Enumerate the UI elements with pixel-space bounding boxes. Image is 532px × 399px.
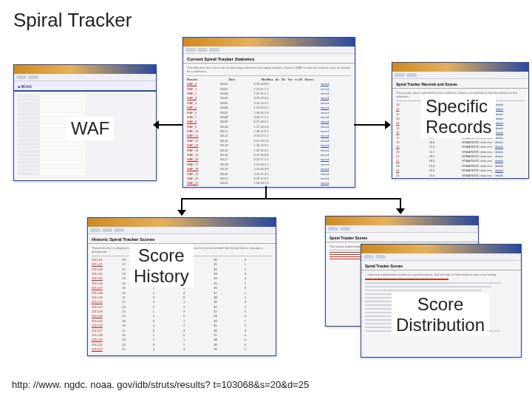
connector-down — [265, 186, 267, 198]
slide: Spiral Tracker Current Spiral Tracker St… — [0, 0, 532, 399]
arrow-waf-head — [153, 120, 159, 129]
window-heading: Spiral Tracker Records and Scores — [392, 79, 528, 89]
window-heading: ■ NOAA — [14, 81, 156, 92]
window-toolbar — [183, 47, 355, 54]
footer-url: http: //www. ngdc. noaa. gov/idb/struts/… — [12, 379, 309, 390]
window-heading: Historic Spiral Tracker Scores — [88, 234, 276, 244]
arrow-waf-shaft — [157, 124, 183, 126]
window-toolbar — [392, 72, 528, 79]
window-banner — [326, 216, 478, 225]
connector-branch — [181, 198, 401, 200]
label-score-history: Score History — [129, 244, 194, 287]
label-score-distribution: Score Distribution — [392, 293, 489, 336]
thumb-central: Current Spiral Tracker Statistics The ta… — [183, 37, 355, 188]
arrow-specific-head — [385, 120, 391, 129]
window-toolbar — [361, 253, 521, 261]
window-body: The table lists the current set of submi… — [183, 64, 355, 188]
window-heading: Spiral Tracker Scores — [326, 233, 478, 242]
window-toolbar — [88, 227, 276, 234]
window-banner — [88, 218, 276, 227]
window-banner — [361, 245, 521, 253]
page-title: Spiral Tracker — [13, 9, 132, 32]
arrow-specific-shaft — [354, 124, 385, 126]
arrow-distribution-head — [396, 208, 405, 214]
window-toolbar — [326, 225, 478, 233]
label-specific-records: Specific Records — [421, 95, 496, 138]
label-waf: WAF — [66, 117, 114, 140]
arrow-history-head — [177, 210, 186, 216]
window-banner — [183, 38, 355, 47]
window-heading: Current Spiral Tracker Statistics — [183, 54, 355, 64]
window-heading: Spiral Tracker Scores — [361, 261, 521, 270]
window-banner — [392, 63, 528, 72]
window-toolbar — [14, 74, 156, 81]
window-banner — [14, 65, 156, 74]
